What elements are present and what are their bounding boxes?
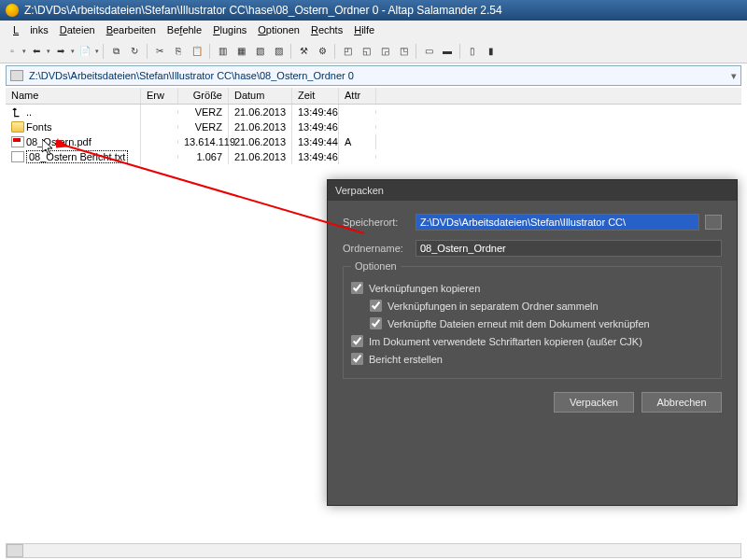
ordnername-input[interactable]: 08_Ostern_Ordner [416, 240, 722, 257]
cell-time: 13:49:44 [292, 134, 339, 149]
menu-bar: Links Dateien Bearbeiten Befehle Plugins… [0, 21, 747, 39]
menu-befehle[interactable]: Befehle [167, 24, 202, 35]
verpacken-button[interactable]: Verpacken [554, 392, 634, 413]
menu-rechts[interactable]: Rechts [311, 24, 343, 35]
verpacken-dialog: Verpacken Speicherort: Z:\DVDs\Arbeitsda… [327, 179, 738, 506]
table-row[interactable]: 08_Ostern.pdf13.614.11921.06.201313:49:4… [6, 134, 741, 149]
tb-z2-icon[interactable]: ▮ [483, 43, 500, 60]
app-icon [6, 4, 19, 17]
menu-links[interactable]: Links [13, 24, 49, 35]
menu-bearbeiten[interactable]: Bearbeiten [106, 24, 156, 35]
abbrechen-button[interactable]: Abbrechen [641, 392, 722, 413]
speicherort-label: Speicherort: [343, 217, 416, 228]
cell-time: 13:49:46 [292, 119, 339, 134]
cell-size: 13.614.119 [178, 134, 229, 149]
speicherort-input[interactable]: Z:\DVDs\Arbeitsdateien\Stefan\Illustrato… [416, 214, 699, 231]
tb-cfg2-icon[interactable]: ⚙ [314, 43, 331, 60]
tb-up-icon[interactable]: 📄 [77, 43, 93, 60]
tb-misc3-icon[interactable]: ▧ [251, 43, 268, 60]
col-datum[interactable]: Datum [229, 88, 292, 104]
tb-misc2-icon[interactable]: ▦ [233, 43, 249, 60]
cell-attr [339, 155, 376, 159]
chk-relink[interactable]: Verknüpfte Dateien erneut mit dem Dokume… [370, 317, 713, 329]
tb-misc1-icon[interactable]: ▥ [214, 43, 231, 60]
menu-optionen[interactable]: Optionen [258, 24, 300, 35]
menu-hilfe[interactable]: Hilfe [354, 24, 374, 35]
chk-copy-links[interactable]: Verknüpfungen kopieren [351, 282, 713, 294]
file-name: 08_Ostern Bericht.txt [26, 150, 128, 163]
file-name: 08_Ostern.pdf [26, 136, 92, 147]
up-dir-icon: ⮤ [11, 106, 24, 118]
cell-erw [141, 110, 178, 114]
cell-size: VERZ [178, 105, 229, 119]
table-row[interactable]: ⮤..VERZ21.06.201313:49:46 [6, 105, 741, 119]
cell-time: 13:49:46 [292, 149, 339, 164]
cell-date: 21.06.2013 [229, 149, 292, 164]
chk-separate-folder[interactable]: Verknüpfungen in separatem Ordner sammel… [370, 300, 713, 312]
options-group: Optionen Verknüpfungen kopieren Verknüpf… [343, 266, 722, 379]
cell-date: 21.06.2013 [229, 105, 292, 119]
tb-select-icon[interactable]: ⧉ [107, 43, 124, 60]
column-headers: Name Erw Größe Datum Zeit Attr [6, 88, 741, 105]
col-zeit[interactable]: Zeit [292, 88, 339, 104]
cell-attr [339, 125, 376, 129]
tb-new-icon[interactable]: ▫ [4, 43, 21, 60]
path-bar[interactable]: Z:\DVDs\Arbeitsdateien\Stefan\Illustrato… [6, 65, 741, 86]
tb-x3-icon[interactable]: ◲ [376, 43, 393, 60]
tb-refresh-icon[interactable]: ↻ [126, 43, 143, 60]
cell-erw [141, 155, 178, 159]
tb-cut-icon[interactable]: ✂ [151, 43, 168, 60]
pdf-icon [11, 136, 24, 147]
cell-time: 13:49:46 [292, 105, 339, 119]
tb-y1-icon[interactable]: ▭ [420, 43, 437, 60]
cell-erw [141, 125, 178, 129]
tb-paste-icon[interactable]: 📋 [189, 43, 205, 60]
cell-erw [141, 140, 178, 144]
cell-size: 1.067 [178, 149, 229, 164]
file-name: Fonts [26, 121, 52, 133]
chk-report[interactable]: Bericht erstellen [351, 353, 713, 365]
file-list: ⮤..VERZ21.06.201313:49:46FontsVERZ21.06.… [6, 105, 741, 164]
dialog-title: Verpacken [328, 180, 737, 201]
col-name[interactable]: Name [6, 88, 141, 104]
folder-icon [11, 121, 24, 133]
toolbar: ▫▾ ⬅▾ ➡▾ 📄▾ ⧉ ↻ ✂ ⎘ 📋 ▥ ▦ ▧ ▨ ⚒ ⚙ ◰ ◱ ◲ … [0, 39, 747, 63]
menu-dateien[interactable]: Dateien [60, 24, 95, 35]
tb-misc4-icon[interactable]: ▨ [270, 43, 287, 60]
drive-icon [10, 70, 23, 81]
options-title: Optionen [351, 260, 401, 272]
table-row[interactable]: FontsVERZ21.06.201313:49:46 [6, 119, 741, 134]
tb-back-icon[interactable]: ⬅ [28, 43, 45, 60]
col-attr[interactable]: Attr [339, 88, 376, 104]
tb-x1-icon[interactable]: ◰ [339, 43, 356, 60]
ordnername-label: Ordnername: [343, 243, 416, 254]
tb-fwd-icon[interactable]: ➡ [52, 43, 69, 60]
path-dropdown-icon[interactable]: ▾ [731, 70, 737, 82]
table-row[interactable]: 08_Ostern Bericht.txt1.06721.06.201313:4… [6, 149, 741, 164]
window-titlebar: Z:\DVDs\Arbeitsdateien\Stefan\Illustrato… [0, 0, 747, 21]
tb-x2-icon[interactable]: ◱ [358, 43, 374, 60]
cell-date: 21.06.2013 [229, 119, 292, 134]
cell-date: 21.06.2013 [229, 134, 292, 149]
cell-attr: A [339, 134, 376, 149]
menu-plugins[interactable]: Plugins [213, 24, 247, 35]
chk-copy-fonts[interactable]: Im Dokument verwendete Schriftarten kopi… [351, 335, 713, 347]
file-name: .. [26, 106, 32, 118]
col-groesse[interactable]: Größe [178, 88, 229, 104]
cell-size: VERZ [178, 119, 229, 134]
cell-attr [339, 110, 376, 114]
text-file-icon [11, 151, 24, 162]
window-title: Z:\DVDs\Arbeitsdateien\Stefan\Illustrato… [24, 4, 502, 17]
tb-x4-icon[interactable]: ◳ [395, 43, 412, 60]
path-text: Z:\DVDs\Arbeitsdateien\Stefan\Illustrato… [29, 70, 354, 81]
tb-y2-icon[interactable]: ▬ [439, 43, 456, 60]
col-erw[interactable]: Erw [141, 88, 178, 104]
tb-z1-icon[interactable]: ▯ [464, 43, 481, 60]
horizontal-scrollbar[interactable] [6, 543, 741, 558]
browse-folder-icon[interactable] [705, 215, 722, 230]
tb-copy-icon[interactable]: ⎘ [170, 43, 187, 60]
tb-cfg1-icon[interactable]: ⚒ [295, 43, 312, 60]
